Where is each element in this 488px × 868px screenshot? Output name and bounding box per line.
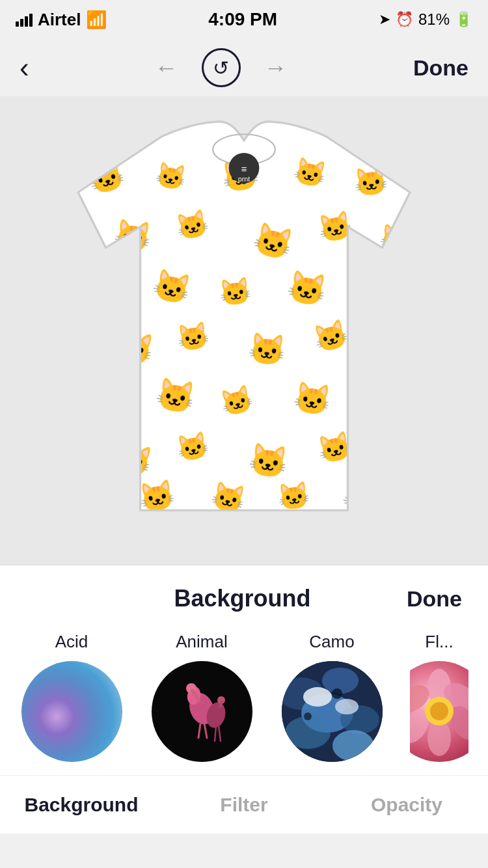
refresh-button[interactable]: ↺ (202, 48, 241, 87)
bg-option-animal[interactable]: Animal (150, 632, 254, 762)
tab-filter-label: Filter (220, 794, 267, 816)
svg-text:≡: ≡ (241, 164, 247, 174)
svg-text:🐱: 🐱 (276, 479, 312, 513)
bottom-panel: Background Done Acid Animal (0, 565, 488, 834)
canvas-area: 🐱 🐱 🐱 🐱 🐱 🐱 🐱 🐱 🐱 🐱 🐱 🐱 🐱 🐱 🐱 🐱 🐱 (0, 96, 488, 565)
svg-text:prnt: prnt (238, 175, 250, 183)
tab-opacity-label: Opacity (371, 794, 442, 816)
toolbar-center: ← ↺ → (155, 48, 288, 87)
panel-title: Background (174, 585, 310, 612)
svg-text:🐱: 🐱 (377, 332, 416, 369)
background-options-row: Acid Animal (0, 619, 488, 775)
bg-camo-label: Camo (309, 632, 354, 652)
svg-line-50 (219, 726, 221, 741)
location-icon: ➤ (379, 11, 390, 28)
bg-option-camo[interactable]: Camo (280, 632, 384, 762)
carrier-label: Airtel (38, 10, 81, 30)
svg-text:🐱: 🐱 (217, 275, 254, 309)
svg-point-58 (303, 687, 332, 707)
svg-point-61 (304, 712, 312, 720)
svg-line-48 (220, 701, 222, 707)
svg-point-57 (332, 730, 374, 761)
back-button[interactable]: ‹ (20, 51, 29, 84)
tab-opacity[interactable]: Opacity (325, 776, 488, 834)
svg-text:🐱: 🐱 (247, 330, 289, 370)
svg-line-44 (198, 724, 200, 738)
svg-point-60 (332, 688, 342, 699)
undo-button[interactable]: ← (155, 54, 178, 81)
svg-text:🐱: 🐱 (340, 476, 384, 519)
svg-text:🐱: 🐱 (84, 267, 124, 306)
battery-icon: 🔋 (455, 11, 472, 28)
bg-flower-circle (410, 661, 468, 762)
tab-background[interactable]: Background (0, 776, 163, 834)
svg-text:🐱: 🐱 (175, 319, 212, 355)
bg-camo-circle (282, 661, 383, 762)
svg-line-45 (204, 724, 207, 738)
svg-point-56 (285, 716, 331, 749)
svg-text:🐱: 🐱 (405, 271, 441, 305)
svg-text:🐱: 🐱 (291, 378, 334, 420)
bottom-header: Background Done (0, 565, 488, 619)
svg-point-59 (335, 699, 359, 714)
refresh-icon: ↺ (213, 57, 229, 79)
tab-filter[interactable]: Filter (163, 776, 325, 834)
status-left: Airtel 📶 (16, 10, 107, 30)
battery-label: 81% (418, 10, 450, 29)
svg-text:🐱: 🐱 (352, 383, 390, 419)
status-right: ➤ ⏰ 81% 🔋 (379, 10, 472, 29)
svg-text:🐱: 🐱 (378, 222, 414, 256)
svg-line-49 (215, 726, 216, 741)
status-bar: Airtel 📶 4:09 PM ➤ ⏰ 81% 🔋 (0, 0, 488, 39)
done-button-top[interactable]: Done (413, 55, 468, 81)
svg-text:🐱: 🐱 (345, 267, 387, 308)
svg-text:🐱: 🐱 (111, 216, 154, 258)
svg-text:🐱: 🐱 (375, 441, 411, 476)
redo-button[interactable]: → (264, 54, 288, 81)
tab-background-label: Background (24, 794, 138, 816)
bg-animal-circle (152, 661, 252, 762)
time-display: 4:09 PM (208, 9, 277, 30)
svg-text:🐱: 🐱 (353, 163, 390, 200)
svg-text:🐱: 🐱 (174, 428, 212, 465)
done-button-panel[interactable]: Done (407, 586, 462, 612)
svg-point-70 (430, 702, 448, 720)
bg-option-acid[interactable]: Acid (20, 632, 124, 762)
tshirt-graphic: 🐱 🐱 🐱 🐱 🐱 🐱 🐱 🐱 🐱 🐱 🐱 🐱 🐱 🐱 🐱 🐱 🐱 (23, 109, 465, 552)
toolbar: ‹ ← ↺ → Done (0, 39, 488, 96)
signal-bars (16, 12, 33, 27)
bg-acid-label: Acid (55, 632, 88, 652)
svg-text:🐱: 🐱 (85, 378, 126, 418)
bg-animal-label: Animal (176, 632, 227, 652)
bg-acid-circle (21, 661, 122, 762)
wifi-icon: 📶 (86, 10, 107, 30)
bg-option-flower[interactable]: Fl... (410, 632, 468, 762)
tab-bar: Background Filter Opacity (0, 775, 488, 834)
tshirt-container: 🐱 🐱 🐱 🐱 🐱 🐱 🐱 🐱 🐱 🐱 🐱 🐱 🐱 🐱 🐱 🐱 🐱 (23, 109, 465, 552)
alarm-icon: ⏰ (396, 11, 413, 28)
bg-flower-label: Fl... (425, 632, 453, 652)
